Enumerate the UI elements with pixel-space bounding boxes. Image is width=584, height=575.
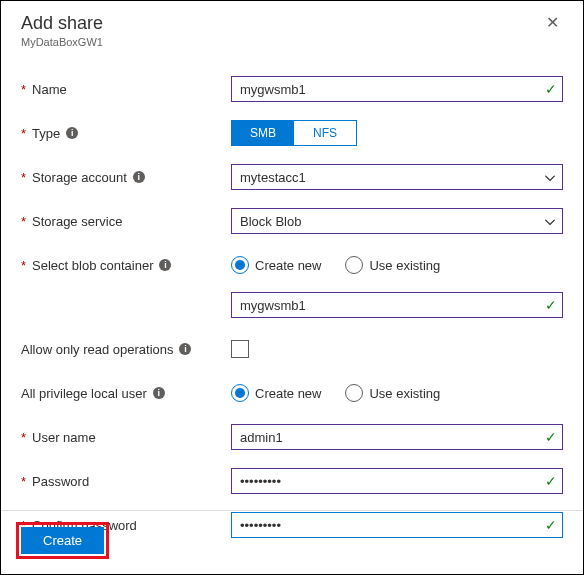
allow-read-checkbox[interactable] (231, 340, 249, 358)
panel-title: Add share (21, 13, 103, 34)
name-input[interactable] (231, 76, 563, 102)
info-icon: i (153, 387, 165, 399)
info-icon: i (159, 259, 171, 271)
radio-label: Create new (255, 386, 321, 401)
blob-container-radio-group: Create new Use existing (231, 256, 563, 274)
label-blob-container: Select blob container (32, 258, 153, 273)
radio-create-new[interactable]: Create new (231, 256, 321, 274)
required-asterisk: * (21, 82, 26, 97)
label-privilege-user: All privilege local user (21, 386, 147, 401)
radio-label: Use existing (369, 258, 440, 273)
storage-service-select[interactable]: Block Blob (231, 208, 563, 234)
storage-account-select[interactable]: mytestacc1 (231, 164, 563, 190)
type-toggle: SMB NFS (231, 120, 357, 146)
radio-use-existing-user[interactable]: Use existing (345, 384, 440, 402)
required-asterisk: * (21, 126, 26, 141)
label-storage-service: Storage service (32, 214, 122, 229)
required-asterisk: * (21, 474, 26, 489)
info-icon: i (133, 171, 145, 183)
radio-create-new-user[interactable]: Create new (231, 384, 321, 402)
required-asterisk: * (21, 170, 26, 185)
type-option-nfs[interactable]: NFS (294, 121, 356, 145)
radio-label: Use existing (369, 386, 440, 401)
password-input[interactable] (231, 468, 563, 494)
close-icon[interactable]: ✕ (542, 13, 563, 33)
container-name-input[interactable] (231, 292, 563, 318)
create-button[interactable]: Create (21, 527, 104, 554)
label-name: Name (32, 82, 67, 97)
label-type: Type (32, 126, 60, 141)
label-allow-read: Allow only read operations (21, 342, 173, 357)
info-icon: i (66, 127, 78, 139)
required-asterisk: * (21, 430, 26, 445)
required-asterisk: * (21, 258, 26, 273)
info-icon: i (179, 343, 191, 355)
radio-use-existing[interactable]: Use existing (345, 256, 440, 274)
label-user-name: User name (32, 430, 96, 445)
radio-label: Create new (255, 258, 321, 273)
label-storage-account: Storage account (32, 170, 127, 185)
privilege-user-radio-group: Create new Use existing (231, 384, 563, 402)
type-option-smb[interactable]: SMB (232, 121, 294, 145)
required-asterisk: * (21, 214, 26, 229)
user-name-input[interactable] (231, 424, 563, 450)
label-password: Password (32, 474, 89, 489)
panel-subtitle: MyDataBoxGW1 (21, 36, 103, 48)
